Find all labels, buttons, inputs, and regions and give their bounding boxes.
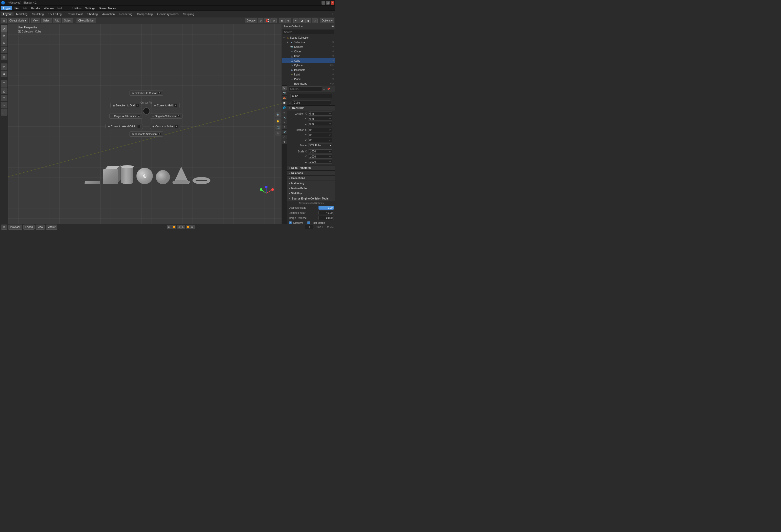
tab-scripting[interactable]: Scripting <box>181 12 196 16</box>
properties-search-input[interactable] <box>289 86 322 91</box>
delta-transform-header[interactable]: ▶ Delta Transform <box>287 166 335 170</box>
view-menu-tl[interactable]: View <box>36 225 45 230</box>
cylinder-object[interactable] <box>121 167 133 184</box>
minimize-button[interactable]: ─ <box>322 1 325 5</box>
proportional-edit[interactable]: ⊚ <box>271 18 277 23</box>
timeline-editor-type[interactable]: ⏱ <box>1 225 7 230</box>
source-engine-header[interactable]: ▼ Source Engine Collision Tools <box>287 196 335 201</box>
props-object-icon[interactable]: ⊞ <box>282 110 287 115</box>
outliner-item-collection[interactable]: ▼ ▪ Collection 👁 <box>282 40 335 45</box>
outliner-item-light[interactable]: ☀ Light 👁 <box>282 72 335 77</box>
measure-tool[interactable]: ⬌ <box>1 71 7 77</box>
scale-tool[interactable]: ⤢ <box>1 47 7 53</box>
scale-z-field[interactable]: 1.000 ↩ <box>308 160 332 164</box>
menu-window[interactable]: Window <box>42 6 55 10</box>
xray-btn[interactable]: ◈ <box>285 18 291 23</box>
menu-edit[interactable]: Edit <box>21 6 29 10</box>
props-data-icon[interactable]: △ <box>282 135 287 139</box>
outliner-item-cylinder[interactable]: ⊙ Cylinder 👁 ▷ <box>282 63 335 68</box>
transform-global[interactable]: Global ▾ <box>245 18 257 23</box>
current-frame-display[interactable]: 1 <box>305 225 314 229</box>
extrude-factor-field[interactable]: 40.00 <box>319 211 334 215</box>
options-btn[interactable]: Options ▾ <box>320 18 334 23</box>
move-tool[interactable]: ✥ <box>1 32 7 39</box>
rotation-y-field[interactable]: 0° ↩ <box>308 133 332 137</box>
visibility-header[interactable]: ▶ Visibility <box>287 191 335 196</box>
add-menu[interactable]: Add <box>53 18 61 23</box>
scale-x-reset[interactable]: ↩ <box>329 150 331 153</box>
jump-end-button[interactable]: ⏭ <box>191 225 195 229</box>
next-frame-button[interactable]: ⏩ <box>186 225 190 229</box>
props-render-icon[interactable]: 📷 <box>282 91 287 95</box>
rotation-z-field[interactable]: 0° ↩ <box>308 138 332 142</box>
props-world-icon[interactable]: 🌐 <box>282 105 287 110</box>
rotation-x-reset[interactable]: ↩ <box>329 129 331 131</box>
pivot-point[interactable]: ⊙ <box>258 18 263 23</box>
keying-menu[interactable]: Keying <box>23 225 35 230</box>
pie-item-origin-to-3d-cursor[interactable]: ○ Origin to 3D Cursor 4 <box>109 114 143 119</box>
pie-item-cursor-to-grid[interactable]: ⊕ Cursor to Grid 9 <box>152 103 180 108</box>
props-output-icon[interactable]: 📤 <box>282 96 287 100</box>
play-button[interactable]: ▶ <box>181 225 185 229</box>
scale-z-reset[interactable]: ↩ <box>329 160 331 163</box>
tab-sculpting[interactable]: Sculpting <box>30 12 46 16</box>
pie-item-cursor-to-world[interactable]: ⊕ Cursor to World Origin 1 <box>106 124 143 129</box>
location-x-field[interactable]: 0 m ↩ <box>308 112 332 116</box>
props-particles-icon[interactable]: ✦ <box>282 120 287 125</box>
outliner-item-camera[interactable]: 📷 Camera 👁 <box>282 45 335 49</box>
merge-distance-field[interactable]: 0.000 <box>319 216 334 220</box>
outliner-search-input[interactable] <box>283 30 334 34</box>
tab-texture[interactable]: Texture Paint <box>64 12 85 16</box>
cube-object[interactable] <box>103 169 118 184</box>
scale-x-field[interactable]: 1.000 ↩ <box>308 149 332 153</box>
viewport-shading-material[interactable]: ◕ <box>299 18 305 23</box>
view-menu[interactable]: View <box>31 18 40 23</box>
maximize-button[interactable]: □ <box>326 1 330 5</box>
props-scene-icon[interactable]: ⛭ <box>282 86 287 91</box>
plane-object[interactable] <box>84 181 100 183</box>
tab-shading[interactable]: Shading <box>85 12 99 16</box>
filter-icon[interactable]: ☰ <box>323 87 325 90</box>
zoom-icon[interactable]: 🔍 <box>276 112 281 118</box>
menu-help[interactable]: Help <box>56 6 65 10</box>
outliner-filter-icon[interactable]: ☰ <box>331 25 334 28</box>
outliner-item-cube[interactable]: ☐ Cube 👁 <box>282 58 335 63</box>
add-workspace-icon[interactable]: ＋ <box>331 12 334 16</box>
snap-toggle[interactable]: 🧲 <box>264 18 271 23</box>
editor-type-button[interactable]: ⊞ <box>1 18 7 23</box>
location-z-field[interactable]: 0 m ↩ <box>308 122 332 126</box>
tab-modeling[interactable]: Modeling <box>14 12 30 16</box>
outliner-item-plane[interactable]: ▭ Plane 👁 <box>282 77 335 81</box>
overlay-btn[interactable]: ◉ <box>279 18 285 23</box>
location-y-reset[interactable]: ↩ <box>329 118 331 120</box>
scale-y-field[interactable]: 1.000 ↩ <box>308 154 332 159</box>
pie-item-cursor-to-active[interactable]: ⊕ Cursor to Active 3 <box>150 124 180 129</box>
viewport-3d[interactable]: User Perspective (1) Collection | Cube ⊕… <box>8 24 282 224</box>
pie-item-origin-to-selection[interactable]: ○ Origin to Selection 6 <box>150 114 182 119</box>
add-cone-tool[interactable]: △ <box>1 87 7 94</box>
marker-menu[interactable]: Marker <box>46 225 57 230</box>
location-x-reset[interactable]: ↩ <box>329 112 331 115</box>
object-name-input[interactable] <box>290 94 332 98</box>
rotation-y-reset[interactable]: ↩ <box>329 134 331 136</box>
annotate-tool[interactable]: ✏ <box>1 63 7 70</box>
pie-item-selection-to-cursor[interactable]: ⊕ Selection to Cursor 8 <box>129 91 163 96</box>
playback-menu[interactable]: Playback <box>8 225 22 230</box>
rotation-x-field[interactable]: 0° ↩ <box>308 128 332 132</box>
viewport-gizmo[interactable]: X Y Z <box>258 186 274 201</box>
extra-tool[interactable]: … <box>1 109 7 116</box>
object-mode-dropdown[interactable]: Object Mode ▾ <box>8 18 28 23</box>
rotate-tool[interactable]: ↻ <box>1 39 7 46</box>
torus-object[interactable] <box>193 177 210 184</box>
outliner-item-scene-collection[interactable]: ▼ ⛭ Scene Collection <box>282 35 335 40</box>
relations-header[interactable]: ▶ Relations <box>287 171 335 175</box>
location-z-reset[interactable]: ↩ <box>329 123 331 125</box>
tab-geo-nodes[interactable]: Geometry Nodes <box>155 12 180 16</box>
viewport-shading-solid[interactable]: ● <box>293 18 298 23</box>
add-cylinder-tool[interactable]: ⊙ <box>1 95 7 101</box>
dissolve-checkbox[interactable] <box>289 221 292 224</box>
sphere2-object[interactable] <box>156 170 170 184</box>
motion-paths-header[interactable]: ▶ Motion Paths <box>287 186 335 191</box>
tab-uv[interactable]: UV Editing <box>46 12 64 16</box>
props-view-layer-icon[interactable]: 🔲 <box>282 100 287 105</box>
